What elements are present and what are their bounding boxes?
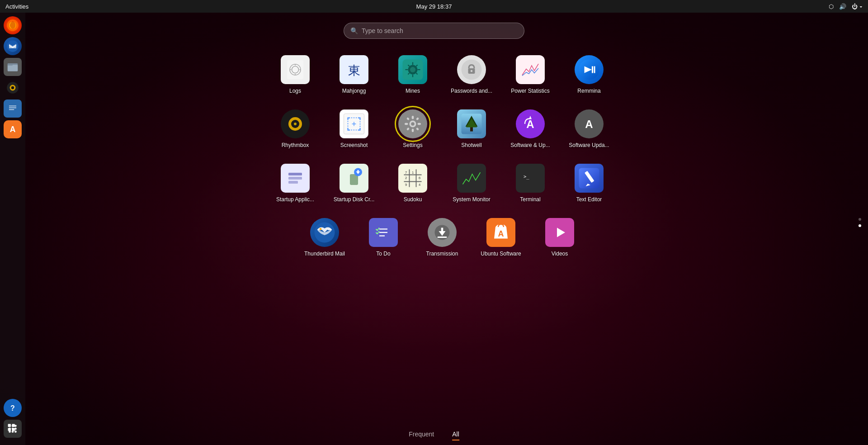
app-icon-text-editor (575, 164, 604, 193)
page-dot-1[interactable] (859, 218, 861, 221)
svg-point-55 (471, 70, 473, 72)
app-row-4: Thunderbird Mail To Do (300, 213, 585, 262)
page-dot-2[interactable] (859, 224, 861, 227)
svg-text:4: 4 (419, 182, 420, 186)
svg-rect-90 (288, 173, 302, 175)
app-icon-transmission (428, 218, 457, 247)
search-bar[interactable]: 🔍 (344, 23, 524, 39)
app-item-software-upd[interactable]: A Software Upda... (564, 104, 614, 154)
svg-text:A: A (10, 125, 16, 134)
svg-point-24 (9, 425, 11, 427)
svg-point-29 (14, 428, 17, 430)
app-item-system-monitor[interactable]: System Monitor (447, 158, 496, 208)
app-label-videos: Videos (552, 251, 568, 257)
svg-point-32 (14, 431, 17, 433)
app-item-mines[interactable]: Mines (388, 50, 438, 99)
svg-point-71 (411, 122, 415, 126)
app-icon-logs (281, 55, 310, 84)
app-item-passwords[interactable]: Passwords and... (447, 50, 496, 99)
power-icon[interactable]: ⏻ ▾ (852, 3, 863, 10)
activities-button[interactable]: Activities (5, 3, 28, 10)
sidebar-item-thunderbird[interactable] (4, 37, 22, 55)
app-label-mines: Mines (406, 88, 420, 94)
app-label-text-editor: Text Editor (576, 196, 602, 203)
app-item-sudoku[interactable]: 7 1 2 6 9 4 Sudoku (388, 158, 438, 208)
app-item-software-up[interactable]: A Software & Up... (505, 104, 555, 154)
app-item-thunderbird-mail[interactable]: Thunderbird Mail (300, 213, 349, 262)
app-icon-system-monitor (457, 164, 486, 193)
app-item-ubuntu-software[interactable]: A Ubuntu Software (476, 213, 526, 262)
app-row-1: Logs 東 Mahjongg (270, 50, 614, 99)
app-label-mahjongg: Mahjongg (342, 88, 366, 94)
app-icon-terminal: >_ (516, 164, 545, 193)
app-item-settings[interactable]: Settings (388, 104, 438, 154)
app-label-power-statistics: Power Statistics (511, 88, 549, 94)
app-item-terminal[interactable]: >_ Terminal (505, 158, 555, 208)
app-item-rhythmbox[interactable]: Rhythmbox (270, 104, 320, 154)
app-label-startup-applic: Startup Applic... (276, 196, 314, 203)
app-icon-passwords (457, 55, 486, 84)
svg-text:A: A (526, 118, 534, 130)
svg-rect-128 (441, 227, 443, 232)
app-item-remmina[interactable]: Remmina (564, 50, 614, 99)
svg-text:A: A (498, 229, 504, 238)
app-icon-rhythmbox (281, 109, 310, 138)
app-icon-mines (398, 55, 427, 84)
app-label-transmission: Transmission (426, 251, 458, 257)
svg-text:1: 1 (412, 170, 414, 174)
svg-rect-75 (418, 123, 421, 125)
app-icon-settings (398, 109, 427, 138)
svg-point-64 (294, 123, 297, 125)
app-icon-thunderbird-mail (310, 218, 339, 247)
sidebar-item-rhythmbox[interactable] (4, 79, 22, 97)
sidebar-item-files[interactable] (4, 58, 22, 76)
sidebar-item-appstore[interactable]: A (4, 120, 22, 138)
svg-text:2: 2 (405, 175, 407, 180)
app-item-todo[interactable]: To Do (359, 213, 408, 262)
app-row-3: Startup Applic... Startup Disk Cr... (270, 158, 614, 208)
sidebar-item-writer[interactable] (4, 99, 22, 118)
svg-rect-9 (8, 103, 18, 115)
search-container: 🔍 (344, 23, 524, 39)
svg-rect-91 (288, 177, 302, 180)
svg-rect-92 (288, 181, 298, 184)
sidebar-bottom: ? (4, 399, 22, 438)
app-item-logs[interactable]: Logs (270, 50, 320, 99)
sidebar-item-help[interactable]: ? (4, 399, 22, 417)
app-icon-software-upd: A (575, 109, 604, 138)
app-item-startup-applic[interactable]: Startup Applic... (270, 158, 320, 208)
sidebar-item-show-apps[interactable] (4, 420, 22, 438)
tab-all[interactable]: All (452, 431, 459, 440)
svg-point-30 (9, 431, 11, 433)
svg-rect-114 (520, 168, 541, 188)
app-item-transmission[interactable]: Transmission (417, 213, 467, 262)
app-label-passwords: Passwords and... (451, 88, 492, 94)
svg-point-8 (11, 86, 14, 89)
svg-rect-129 (438, 237, 447, 238)
app-item-startup-disk[interactable]: Startup Disk Cr... (329, 158, 379, 208)
search-input[interactable] (362, 27, 518, 34)
app-label-todo: To Do (376, 251, 390, 257)
app-label-system-monitor: System Monitor (453, 196, 490, 203)
app-grid: Logs 東 Mahjongg (25, 50, 859, 418)
volume-icon[interactable]: 🔊 (839, 3, 846, 10)
network-icon[interactable]: ⬡ (829, 3, 834, 10)
svg-point-44 (410, 67, 415, 72)
svg-point-26 (14, 425, 17, 427)
app-row-2: Rhythmbox Screenshot (270, 104, 614, 154)
app-item-shotwell[interactable]: Shotwell (447, 104, 496, 154)
tab-frequent[interactable]: Frequent (409, 431, 434, 440)
svg-point-27 (9, 428, 11, 430)
sidebar-item-firefox[interactable] (4, 16, 22, 34)
app-item-mahjongg[interactable]: 東 Mahjongg (329, 50, 379, 99)
svg-rect-12 (9, 109, 14, 110)
app-icon-todo (369, 218, 398, 247)
app-icon-remmina (575, 55, 604, 84)
svg-rect-10 (9, 106, 16, 107)
app-item-power-statistics[interactable]: Power Statistics (505, 50, 555, 99)
app-item-screenshot[interactable]: Screenshot (329, 104, 379, 154)
app-icon-ubuntu-software: A (486, 218, 515, 247)
app-item-text-editor[interactable]: Text Editor (564, 158, 614, 208)
svg-rect-72 (412, 116, 414, 119)
app-item-videos[interactable]: Videos (535, 213, 585, 262)
